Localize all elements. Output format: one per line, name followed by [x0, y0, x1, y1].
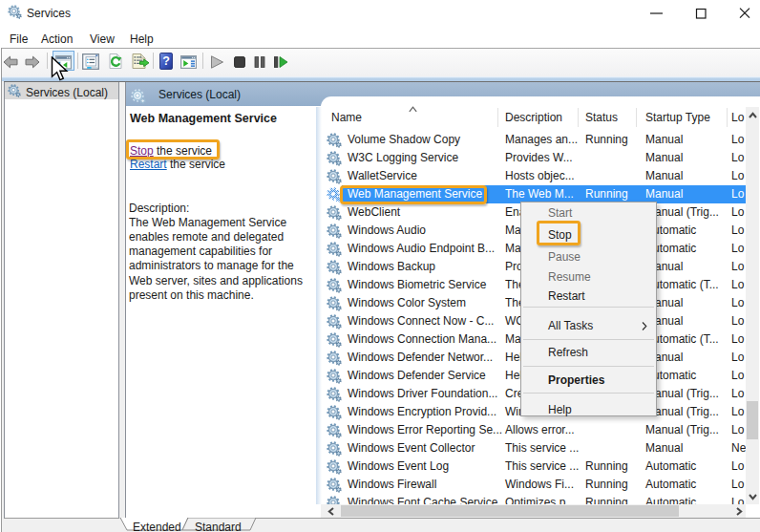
svg-text:?: ? — [162, 54, 170, 68]
